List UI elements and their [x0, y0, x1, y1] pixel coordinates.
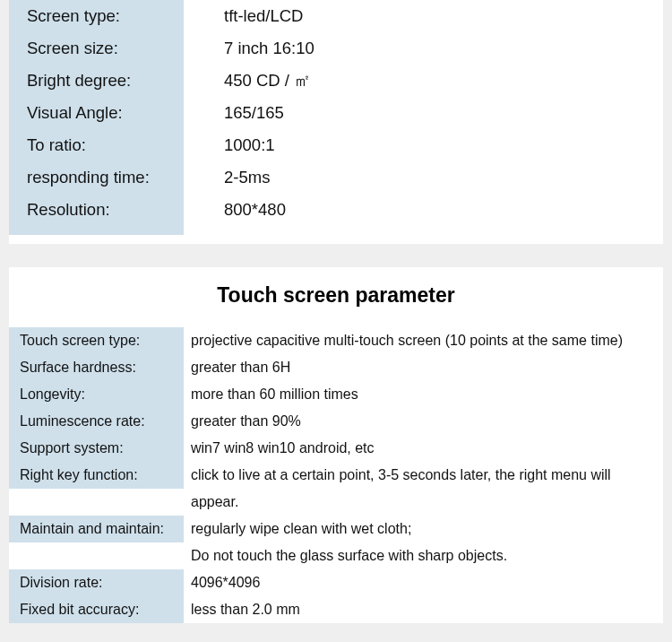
spec-value: 800*480: [184, 194, 663, 226]
spec-value: more than 60 million times: [184, 381, 663, 408]
spec-label: To ratio:: [9, 129, 184, 161]
spec-label: responding time:: [9, 161, 184, 194]
touch-spec-panel: Touch screen parameter Touch screen type…: [9, 267, 663, 623]
spec-label: Luminescence rate:: [9, 408, 184, 435]
spec-label: Resolution:: [9, 194, 184, 235]
spec-label: Surface hardness:: [9, 354, 184, 381]
spec-label: Bright degree:: [9, 65, 184, 97]
spec-value: less than 2.0 mm: [184, 596, 663, 623]
spec-value: 1000:1: [184, 129, 663, 161]
spec-value: 450 CD / ㎡: [184, 65, 663, 97]
spec-label: Screen size:: [9, 32, 184, 65]
spec-value: projective capacitive multi-touch screen…: [184, 327, 663, 354]
spec-value: win7 win8 win10 android, etc: [184, 435, 663, 462]
spec-label: Longevity:: [9, 381, 184, 408]
spec-value: 2-5ms: [184, 161, 663, 194]
spec-value: click to live at a certain point, 3-5 se…: [184, 462, 663, 489]
spec-label: Right key function:: [9, 462, 184, 489]
spec-label: Visual Angle:: [9, 97, 184, 129]
spec-value: 4096*4096: [184, 569, 663, 596]
spec-label: Support system:: [9, 435, 184, 462]
spec-value: tft-led/LCD: [184, 0, 663, 32]
spec-value: regularly wipe clean with wet cloth;: [184, 516, 663, 542]
spec-label: Screen type:: [9, 0, 184, 32]
spec-label: Touch screen type:: [9, 327, 184, 354]
spec-value: appear.: [184, 489, 663, 516]
spec-value: greater than 90%: [184, 408, 663, 435]
spec-value: 165/165: [184, 97, 663, 129]
spec-value: greater than 6H: [184, 354, 663, 381]
spec-label: Maintain and maintain:: [9, 516, 184, 542]
screen-spec-panel: Screen type:tft-led/LCD Screen size:7 in…: [9, 0, 663, 244]
spec-value: Do not touch the glass surface with shar…: [184, 542, 663, 569]
spec-label: Fixed bit accuracy:: [9, 596, 184, 623]
section-title: Touch screen parameter: [9, 267, 663, 327]
spec-value: 7 inch 16:10: [184, 32, 663, 65]
spec-label: Division rate:: [9, 569, 184, 596]
